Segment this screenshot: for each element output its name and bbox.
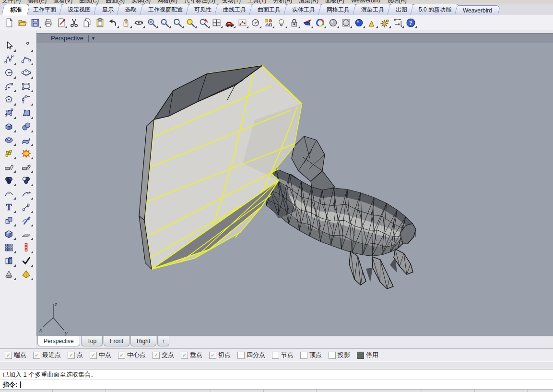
toolbar-icon-render[interactable] bbox=[301, 17, 314, 29]
menu-7[interactable]: 尺寸标注(D) bbox=[184, 0, 215, 4]
osnap-mid[interactable]: 中点 bbox=[90, 351, 111, 359]
tool-icon-check-selection[interactable] bbox=[19, 254, 33, 267]
toolbar-tab-new-in-v5[interactable]: 5.0 的新功能 bbox=[410, 4, 460, 15]
toolbar-icon-zoom-window[interactable] bbox=[158, 17, 171, 29]
toolbar-tab-solid-tools[interactable]: 实体工具 bbox=[283, 4, 324, 15]
tool-icon-rectangle[interactable] bbox=[19, 80, 33, 92]
osnap-checkbox-project[interactable] bbox=[329, 352, 336, 359]
toolbar-tab-viewport-layout[interactable]: 工作视窗配置 bbox=[140, 4, 191, 15]
tool-icon-cone[interactable] bbox=[1, 268, 16, 280]
menu-12[interactable]: 面板(P) bbox=[325, 0, 344, 4]
osnap-checkbox-center[interactable] bbox=[118, 352, 125, 359]
osnap-end[interactable]: 端点 bbox=[5, 351, 26, 359]
menu-9[interactable]: 工具(T) bbox=[247, 0, 266, 4]
toolbar-icon-zoom-selected[interactable] bbox=[184, 17, 197, 29]
tool-icon-move-control-points[interactable] bbox=[19, 201, 33, 213]
tool-icon-copy-objects[interactable] bbox=[1, 214, 16, 226]
tool-icon-solid-union-box[interactable] bbox=[1, 227, 16, 240]
osnap-point[interactable]: 点 bbox=[68, 351, 83, 359]
toolbar-icon-walkabout[interactable] bbox=[223, 17, 236, 29]
tool-icon-box[interactable] bbox=[1, 120, 16, 132]
toolbar-icon-lock-objects[interactable] bbox=[288, 17, 301, 29]
tool-icon-ellipse[interactable] bbox=[19, 66, 33, 79]
viewport-canvas[interactable]: zxy bbox=[36, 43, 553, 336]
viewport-tab-add-viewport[interactable]: + bbox=[157, 336, 169, 346]
toolbar-icon-selection-filter[interactable] bbox=[262, 17, 275, 29]
toolbar-icon-copy[interactable] bbox=[81, 17, 94, 29]
osnap-vertex[interactable]: 顶点 bbox=[300, 351, 322, 359]
tool-icon-circle[interactable] bbox=[1, 66, 16, 79]
osnap-perpendicular[interactable]: 垂点 bbox=[181, 351, 202, 359]
toolbar-icon-print[interactable] bbox=[42, 17, 55, 29]
tool-icon-group-objects[interactable] bbox=[1, 254, 16, 267]
tool-icon-arc[interactable] bbox=[1, 80, 16, 92]
osnap-knot[interactable]: 节点 bbox=[272, 351, 294, 359]
tool-icon-sphere[interactable] bbox=[19, 120, 33, 132]
toolbar-icon-notes[interactable] bbox=[55, 17, 68, 29]
menu-3[interactable]: 曲线(C) bbox=[79, 0, 99, 4]
toolbar-tab-cplane[interactable]: 工作平面 bbox=[24, 4, 65, 15]
osnap-project[interactable]: 投影 bbox=[329, 351, 350, 359]
menu-11[interactable]: 渲染(R) bbox=[299, 0, 318, 4]
tool-icon-extend-curve[interactable] bbox=[19, 187, 33, 200]
menu-4[interactable]: 曲面(S) bbox=[106, 0, 125, 4]
tool-icon-join-puzzle[interactable] bbox=[1, 147, 16, 159]
tool-icon-polygon[interactable] bbox=[1, 93, 16, 106]
tool-icon-curve-fillet[interactable] bbox=[19, 93, 33, 106]
menu-0[interactable]: 文件(F) bbox=[2, 0, 21, 4]
osnap-checkbox-end[interactable] bbox=[5, 352, 12, 359]
toolbar-icon-color-wheel[interactable] bbox=[314, 17, 327, 29]
toolbar-icon-save-file[interactable] bbox=[29, 17, 42, 29]
tool-icon-torus[interactable] bbox=[1, 133, 16, 146]
osnap-checkbox-perpendicular[interactable] bbox=[181, 352, 188, 359]
menu-8[interactable]: 变动(T) bbox=[222, 0, 241, 4]
command-line[interactable]: 指令: bbox=[0, 380, 553, 389]
menu-13[interactable]: Weaverbird bbox=[351, 0, 380, 4]
tool-icon-twisted-surface[interactable] bbox=[19, 133, 33, 146]
toolbar-icon-undo[interactable] bbox=[106, 17, 119, 29]
osnap-checkbox-disable[interactable] bbox=[357, 352, 364, 359]
tool-icon-surface-bend[interactable] bbox=[19, 107, 33, 119]
toolbar-tab-weaverbird[interactable]: Weaverbird bbox=[454, 5, 500, 15]
viewport-tab-perspective[interactable]: Perspective bbox=[37, 336, 80, 346]
toolbar-icon-rendered-view[interactable] bbox=[353, 17, 365, 29]
toolbar-icon-cut[interactable] bbox=[68, 17, 81, 29]
toolbar-tab-curve-tools[interactable]: 曲线工具 bbox=[214, 4, 255, 15]
tool-icon-surface-corner-points[interactable] bbox=[1, 107, 16, 119]
toolbar-tab-set-view[interactable]: 设定视图 bbox=[59, 4, 99, 15]
toolbar-icon-options[interactable] bbox=[378, 17, 391, 29]
tool-icon-pyramid[interactable] bbox=[19, 268, 33, 280]
toolbar-icon-shaded-view[interactable] bbox=[327, 17, 340, 29]
toolbar-icon-open-file[interactable] bbox=[16, 17, 29, 29]
osnap-checkbox-mid[interactable] bbox=[90, 352, 97, 359]
osnap-quadrant[interactable]: 四分点 bbox=[237, 351, 265, 359]
tool-icon-explode[interactable] bbox=[19, 147, 33, 159]
osnap-tangent[interactable]: 切点 bbox=[209, 351, 231, 359]
osnap-checkbox-near[interactable] bbox=[33, 352, 40, 359]
toolbar-icon-pan-view[interactable] bbox=[119, 17, 132, 29]
toolbar-icon-visibility[interactable] bbox=[275, 17, 288, 29]
toolbar-icon-rotate-view[interactable] bbox=[132, 17, 145, 29]
toolbar-icon-measure-radius[interactable] bbox=[249, 17, 262, 29]
osnap-checkbox-quadrant[interactable] bbox=[237, 352, 245, 359]
tool-icon-array-linear[interactable] bbox=[19, 241, 33, 253]
menu-6[interactable]: 网格(M) bbox=[157, 0, 177, 4]
toolbar-icon-spotlight[interactable] bbox=[365, 17, 378, 29]
viewport-tab-top[interactable]: Top bbox=[81, 336, 103, 346]
menu-5[interactable]: 实体(S) bbox=[131, 0, 151, 4]
viewport-dropdown-icon[interactable]: ▼ bbox=[91, 36, 95, 41]
tool-icon-text-object[interactable]: T bbox=[1, 201, 16, 213]
toolbar-tab-surface-tools[interactable]: 曲面工具 bbox=[249, 4, 289, 15]
tool-icon-point-edit-curve[interactable] bbox=[1, 187, 16, 200]
tool-icon-fillet-edge[interactable] bbox=[1, 160, 16, 173]
toolbar-icon-named-positions[interactable] bbox=[236, 17, 249, 29]
toolbar-icon-dimension[interactable] bbox=[391, 17, 404, 29]
osnap-checkbox-tangent[interactable] bbox=[209, 352, 216, 359]
osnap-checkbox-vertex[interactable] bbox=[300, 352, 307, 359]
menu-2[interactable]: 查看(V) bbox=[53, 0, 72, 4]
tool-icon-boolean-difference[interactable] bbox=[1, 174, 16, 186]
osnap-disable[interactable]: 停用 bbox=[357, 351, 378, 359]
toolbar-icon-zoom-extents[interactable] bbox=[171, 17, 184, 29]
viewport-title-bar[interactable]: Perspective ▼ bbox=[36, 33, 553, 43]
toolbar-icon-undo-view[interactable] bbox=[197, 17, 210, 29]
